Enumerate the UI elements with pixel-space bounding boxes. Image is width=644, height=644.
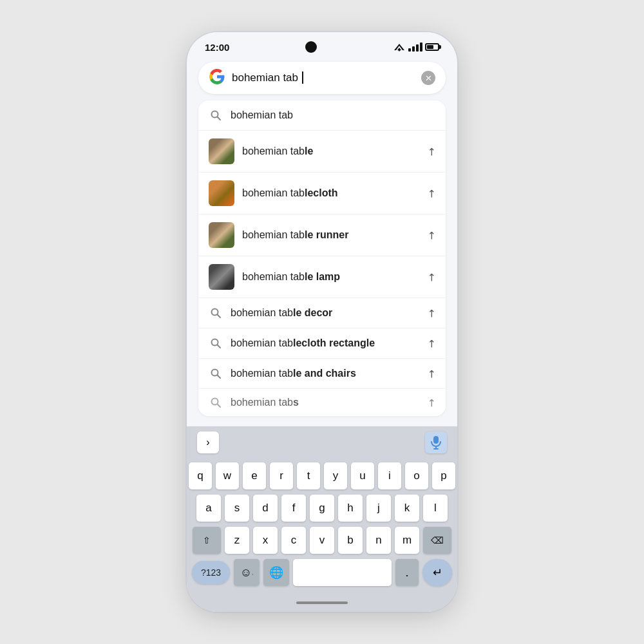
suggestion-item[interactable]: bohemian table ↗ (198, 131, 446, 173)
google-logo (209, 68, 225, 88)
keyboard-expand-button[interactable]: › (197, 431, 219, 453)
backspace-key[interactable]: ⌫ (423, 527, 451, 554)
key-w[interactable]: w (216, 462, 239, 489)
keyboard: q w e r t y u i o p a s d f g h j k (187, 459, 457, 594)
status-time: 12:00 (205, 42, 229, 53)
suggestion-item-partial[interactable]: bohemian tabs ↗ (198, 389, 446, 416)
key-l[interactable]: l (423, 495, 448, 522)
suggestion-text: bohemian table and chairs (231, 368, 419, 379)
key-p[interactable]: p (432, 462, 455, 489)
key-k[interactable]: k (395, 495, 419, 522)
svg-point-3 (399, 50, 401, 52)
key-j[interactable]: j (366, 495, 391, 522)
svg-line-13 (218, 404, 221, 408)
key-y[interactable]: y (324, 462, 347, 489)
suggestion-text: bohemian table decor (231, 307, 419, 319)
search-icon (209, 395, 223, 410)
key-c[interactable]: c (281, 527, 306, 554)
keyboard-row-2: a s d f g h j k l (189, 495, 455, 522)
search-icon (209, 366, 223, 381)
keyboard-row-3: ⇧ z x c v b n m ⌫ (189, 527, 455, 554)
suggestion-thumbnail (209, 264, 234, 290)
key-h[interactable]: h (338, 495, 363, 522)
period-key[interactable]: . (395, 559, 419, 586)
key-o[interactable]: o (405, 462, 428, 489)
key-s[interactable]: s (225, 495, 249, 522)
keyboard-container: › q w e r t y u i o (187, 426, 457, 612)
space-key[interactable] (293, 559, 392, 586)
phone-frame: 12:00 (187, 32, 457, 612)
clear-button[interactable]: ✕ (421, 71, 435, 85)
key-m[interactable]: m (395, 527, 419, 554)
numeric-key[interactable]: ?123 (192, 561, 230, 584)
search-icon (209, 336, 223, 350)
key-x[interactable]: x (253, 527, 278, 554)
suggestion-text: bohemian tab (231, 109, 435, 121)
suggestions-list: bohemian tab bohemian table ↗ bohemian t… (198, 100, 446, 416)
key-e[interactable]: e (243, 462, 266, 489)
suggestion-text: bohemian table lamp (242, 271, 419, 283)
key-q[interactable]: q (189, 462, 212, 489)
suggestion-thumbnail (209, 138, 234, 164)
arrow-icon: ↗ (424, 366, 439, 381)
status-icons (393, 43, 439, 52)
suggestion-item[interactable]: bohemian table and chairs ↗ (198, 359, 446, 389)
suggestion-text: bohemian tabs (231, 397, 419, 408)
emoji-key[interactable]: ☺, (234, 559, 260, 586)
key-n[interactable]: n (366, 527, 391, 554)
key-i[interactable]: i (378, 462, 401, 489)
signal-bars-icon (408, 43, 422, 52)
globe-key[interactable]: 🌐 (263, 559, 289, 586)
keyboard-toolbar: › (187, 426, 457, 459)
suggestion-item[interactable]: bohemian table lamp ↗ (198, 256, 446, 298)
key-u[interactable]: u (351, 462, 374, 489)
key-r[interactable]: r (270, 462, 293, 489)
svg-line-11 (218, 375, 221, 379)
search-bar[interactable]: bohemian tab ✕ (198, 62, 446, 94)
arrow-icon: ↗ (424, 228, 439, 243)
home-bar (187, 594, 457, 612)
search-query-text: bohemian tab (232, 71, 303, 84)
search-input[interactable]: bohemian tab (232, 71, 415, 84)
suggestion-item[interactable]: bohemian table runner ↗ (198, 214, 446, 256)
key-v[interactable]: v (310, 527, 334, 554)
suggestion-text: bohemian tablecloth (242, 187, 419, 199)
enter-key[interactable]: ↵ (422, 559, 452, 586)
svg-line-7 (218, 315, 221, 318)
suggestion-text: bohemian table (242, 146, 419, 157)
suggestion-text: bohemian tablecloth rectangle (231, 337, 419, 349)
svg-line-5 (218, 117, 221, 120)
suggestion-item[interactable]: bohemian tablecloth ↗ (198, 173, 446, 214)
svg-line-9 (218, 345, 221, 348)
suggestion-text: bohemian table runner (242, 229, 419, 241)
arrow-icon: ↗ (424, 144, 439, 159)
suggestion-thumbnail (209, 180, 234, 206)
battery-icon (425, 43, 439, 51)
arrow-icon: ↗ (424, 306, 439, 321)
arrow-icon: ↗ (424, 186, 439, 201)
key-t[interactable]: t (297, 462, 320, 489)
key-b[interactable]: b (338, 527, 363, 554)
suggestion-item[interactable]: bohemian table decor ↗ (198, 298, 446, 328)
keyboard-row-4: ?123 ☺, 🌐 . ↵ (189, 559, 455, 586)
suggestion-item[interactable]: bohemian tab (198, 100, 446, 131)
keyboard-row-1: q w e r t y u i o p (189, 462, 455, 489)
arrow-icon: ↗ (424, 395, 439, 410)
key-f[interactable]: f (281, 495, 306, 522)
key-z[interactable]: z (225, 527, 249, 554)
arrow-icon: ↗ (424, 336, 439, 351)
microphone-button[interactable] (425, 431, 447, 453)
home-bar-line (296, 601, 348, 604)
arrow-icon: ↗ (424, 270, 439, 285)
suggestion-item[interactable]: bohemian tablecloth rectangle ↗ (198, 328, 446, 359)
key-d[interactable]: d (253, 495, 278, 522)
suggestion-thumbnail (209, 222, 234, 248)
search-icon (209, 108, 223, 122)
camera-dot (305, 41, 317, 53)
shift-key[interactable]: ⇧ (193, 527, 221, 554)
wifi-icon (393, 43, 406, 52)
key-a[interactable]: a (196, 495, 221, 522)
key-g[interactable]: g (310, 495, 334, 522)
svg-rect-14 (433, 436, 439, 444)
status-bar: 12:00 (187, 32, 457, 57)
